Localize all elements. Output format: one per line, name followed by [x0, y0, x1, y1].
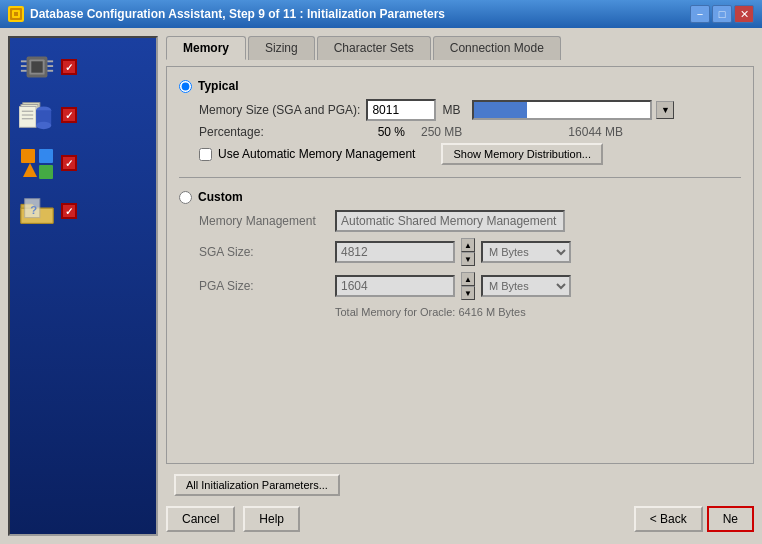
- memory-slider[interactable]: [472, 100, 652, 120]
- svg-rect-24: [39, 165, 53, 179]
- slider-area: ▼: [472, 100, 674, 120]
- svg-point-20: [36, 122, 51, 130]
- pga-label: PGA Size:: [199, 279, 329, 293]
- tab-sizing[interactable]: Sizing: [248, 36, 315, 60]
- app-icon: [8, 6, 24, 22]
- divider-1: [179, 177, 741, 178]
- content-area: Memory Sizing Character Sets Connection …: [166, 36, 754, 536]
- svg-text:?: ?: [30, 204, 37, 216]
- memory-size-input[interactable]: [366, 99, 436, 121]
- slider-fill: [474, 102, 527, 118]
- auto-memory-row: Use Automatic Memory Management Show Mem…: [199, 143, 741, 165]
- svg-rect-9: [47, 60, 53, 62]
- bottom-area: All Initialization Parameters... Cancel …: [166, 474, 754, 536]
- pga-input: [335, 275, 455, 297]
- memory-management-input: [335, 210, 565, 232]
- memory-size-row: Memory Size (SGA and PGA): MB ▼: [199, 99, 741, 121]
- tab-memory[interactable]: Memory: [166, 36, 246, 60]
- custom-section: Custom Memory Management SGA Size:: [179, 190, 741, 318]
- sga-input: [335, 241, 455, 263]
- svg-rect-8: [21, 70, 27, 72]
- restore-button[interactable]: □: [712, 5, 732, 23]
- sga-unit-select: M Bytes G Bytes: [481, 241, 571, 263]
- tab-charsets[interactable]: Character Sets: [317, 36, 431, 60]
- slider-arrow-down[interactable]: ▼: [656, 101, 674, 119]
- percentage-value: 50 %: [335, 125, 405, 139]
- nav-left: Cancel Help: [166, 506, 300, 532]
- sga-spin-up[interactable]: ▲: [461, 238, 475, 252]
- cancel-button[interactable]: Cancel: [166, 506, 235, 532]
- typical-content: Memory Size (SGA and PGA): MB ▼: [179, 99, 741, 165]
- auto-memory-checkbox[interactable]: [199, 148, 212, 161]
- sga-spin-group: ▲ ▼: [461, 238, 475, 266]
- sidebar-checkbox-3[interactable]: ✓: [61, 155, 77, 171]
- custom-radio[interactable]: [179, 191, 192, 204]
- svg-rect-11: [47, 70, 53, 72]
- help-button[interactable]: Help: [243, 506, 300, 532]
- main-layout: ✓: [8, 36, 754, 536]
- folder-icon: ?: [19, 196, 55, 226]
- range-min: 250 MB: [421, 125, 462, 139]
- sidebar-item-docs: ✓: [15, 96, 151, 134]
- total-memory-row: Total Memory for Oracle: 6416 M Bytes: [199, 306, 741, 318]
- back-button[interactable]: < Back: [634, 506, 703, 532]
- sga-size-row: SGA Size: ▲ ▼ M Bytes G Bytes: [199, 238, 741, 266]
- all-init-params-button[interactable]: All Initialization Parameters...: [174, 474, 340, 496]
- custom-content: Memory Management SGA Size: ▲ ▼: [179, 210, 741, 318]
- sidebar-checkbox-1[interactable]: ✓: [61, 59, 77, 75]
- memory-management-row: Memory Management: [199, 210, 741, 232]
- svg-rect-7: [21, 65, 27, 67]
- pga-spin-up[interactable]: ▲: [461, 272, 475, 286]
- svg-rect-14: [19, 106, 36, 127]
- nav-right: < Back Ne: [634, 506, 754, 532]
- pga-size-row: PGA Size: ▲ ▼ M Bytes G Bytes: [199, 272, 741, 300]
- tab-connmode[interactable]: Connection Mode: [433, 36, 561, 60]
- memory-size-label: Memory Size (SGA and PGA):: [199, 103, 360, 117]
- show-distribution-button[interactable]: Show Memory Distribution...: [441, 143, 603, 165]
- svg-marker-22: [23, 163, 37, 177]
- nav-buttons: Cancel Help < Back Ne: [166, 502, 754, 536]
- sidebar-item-chip: ✓: [15, 48, 151, 86]
- tab-bar: Memory Sizing Character Sets Connection …: [166, 36, 754, 60]
- sga-spin-down[interactable]: ▼: [461, 252, 475, 266]
- chip-icon: [19, 52, 55, 82]
- range-max: 16044 MB: [568, 125, 623, 139]
- close-button[interactable]: ✕: [734, 5, 754, 23]
- title-bar: Database Configuration Assistant, Step 9…: [0, 0, 762, 28]
- svg-rect-6: [21, 60, 27, 62]
- typical-label-text: Typical: [198, 79, 238, 93]
- typical-section: Typical Memory Size (SGA and PGA): MB: [179, 79, 741, 165]
- total-memory-value: Total Memory for Oracle: 6416 M Bytes: [335, 306, 526, 318]
- custom-radio-label[interactable]: Custom: [179, 190, 741, 204]
- sidebar-item-folder: ? ✓: [15, 192, 151, 230]
- window-body: ✓: [0, 28, 762, 544]
- svg-rect-21: [21, 149, 35, 163]
- window-title: Database Configuration Assistant, Step 9…: [30, 7, 690, 21]
- sidebar-item-shapes: ✓: [15, 144, 151, 182]
- svg-rect-5: [31, 61, 42, 72]
- shapes-icon: [19, 148, 55, 178]
- minimize-button[interactable]: −: [690, 5, 710, 23]
- typical-radio[interactable]: [179, 80, 192, 93]
- auto-memory-label: Use Automatic Memory Management: [218, 147, 415, 161]
- pga-spin-down[interactable]: ▼: [461, 286, 475, 300]
- sidebar-checkbox-4[interactable]: ✓: [61, 203, 77, 219]
- memory-panel: Typical Memory Size (SGA and PGA): MB: [166, 66, 754, 464]
- pga-unit-select: M Bytes G Bytes: [481, 275, 571, 297]
- docs-icon: [19, 100, 55, 130]
- custom-label-text: Custom: [198, 190, 243, 204]
- svg-rect-2: [14, 12, 18, 16]
- sidebar-checkbox-2[interactable]: ✓: [61, 107, 77, 123]
- svg-rect-23: [39, 149, 53, 163]
- typical-radio-label[interactable]: Typical: [179, 79, 741, 93]
- percentage-row: Percentage: 50 % 250 MB 16044 MB: [199, 125, 741, 139]
- window-controls: − □ ✕: [690, 5, 754, 23]
- memory-size-unit: MB: [442, 103, 460, 117]
- sidebar: ✓: [8, 36, 158, 536]
- memory-management-label: Memory Management: [199, 214, 329, 228]
- pga-spin-group: ▲ ▼: [461, 272, 475, 300]
- svg-rect-10: [47, 65, 53, 67]
- next-button[interactable]: Ne: [707, 506, 754, 532]
- sga-label: SGA Size:: [199, 245, 329, 259]
- percentage-label: Percentage:: [199, 125, 329, 139]
